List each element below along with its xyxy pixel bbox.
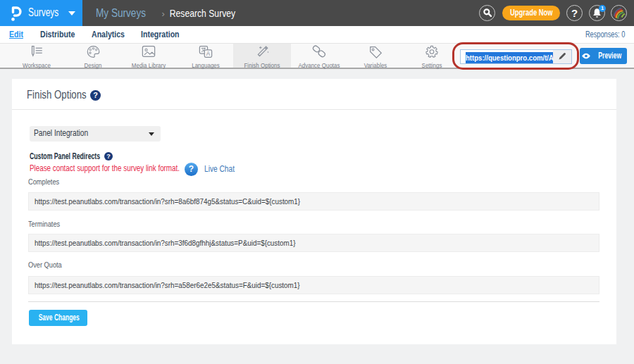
svg-text:A: A xyxy=(206,51,211,57)
